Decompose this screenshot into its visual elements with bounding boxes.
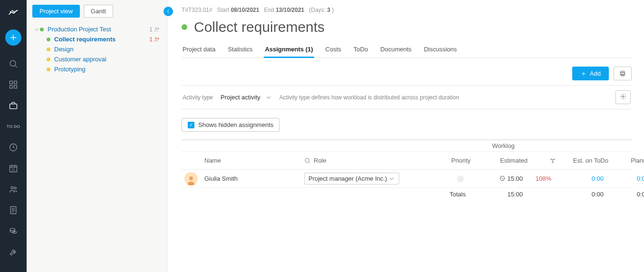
tab-project-data[interactable]: Project data bbox=[182, 44, 216, 58]
collapse-sidebar-button[interactable] bbox=[163, 7, 173, 16]
page-title: Collect requirements bbox=[194, 19, 325, 35]
app-logo-icon[interactable] bbox=[4, 4, 23, 23]
status-dot-icon bbox=[47, 58, 50, 61]
tree-root-meta: 1 bbox=[149, 26, 160, 33]
estimated-cell[interactable]: 15:00 bbox=[471, 175, 528, 182]
chevron-down-icon bbox=[33, 26, 40, 33]
svg-point-21 bbox=[622, 96, 624, 97]
tab-documents[interactable]: Documents bbox=[379, 44, 413, 58]
hidden-assignments-toggle[interactable]: ✓ Shows hidden assignments bbox=[182, 118, 279, 132]
svg-point-16 bbox=[155, 37, 157, 39]
status-dot-icon bbox=[47, 38, 50, 41]
document-icon[interactable] bbox=[4, 201, 23, 220]
status-dot-icon bbox=[40, 28, 44, 31]
tab-assignments[interactable]: Assignments (1) bbox=[264, 44, 314, 58]
tree-root-label: Production Project Test bbox=[48, 26, 149, 33]
todo-icon[interactable]: TO DO bbox=[4, 117, 23, 136]
tab-discussions[interactable]: Discussions bbox=[423, 44, 458, 58]
tree-item-design[interactable]: Design bbox=[43, 44, 161, 54]
col-planned: Planned bbox=[608, 157, 644, 164]
people-icon[interactable] bbox=[4, 180, 23, 199]
tree-item-customer-approval[interactable]: Customer approval bbox=[43, 54, 161, 64]
tab-costs[interactable]: Costs bbox=[325, 44, 342, 58]
priority-indicator[interactable] bbox=[457, 175, 464, 182]
svg-rect-2 bbox=[14, 81, 17, 84]
col-name: Name bbox=[204, 157, 304, 164]
activity-type-select[interactable]: Project activity bbox=[219, 93, 274, 102]
assignments-table: Worklog Name Role Priority Estimated Est… bbox=[182, 139, 632, 201]
gantt-view-tab[interactable]: Gantt bbox=[84, 5, 113, 18]
svg-point-12 bbox=[10, 228, 15, 231]
planned-cell[interactable]: 0:00 bbox=[608, 175, 644, 182]
worklog-header: Worklog bbox=[432, 140, 575, 151]
assignee-name: Giulia Smith bbox=[204, 175, 304, 182]
tab-statistics[interactable]: Statistics bbox=[227, 44, 253, 58]
tree-root[interactable]: Production Project Test 1 bbox=[32, 24, 161, 34]
activity-type-hint: Activity type defines how workload is di… bbox=[279, 94, 610, 101]
tab-todo[interactable]: ToDo bbox=[353, 44, 369, 58]
avatar bbox=[184, 172, 198, 185]
svg-rect-4 bbox=[14, 86, 17, 88]
tree-item-meta: 1 bbox=[149, 36, 160, 43]
breadcrumb: T#T323.01# Start 08/10/2021 End 13/10/20… bbox=[182, 7, 632, 13]
svg-point-14 bbox=[155, 27, 157, 29]
svg-rect-1 bbox=[10, 81, 13, 84]
svg-rect-3 bbox=[10, 86, 13, 88]
tree-item-collect-requirements[interactable]: Collect requirements 1 bbox=[43, 34, 161, 44]
table-row: Giulia Smith Project manager (Acme Inc.)… bbox=[182, 170, 632, 188]
col-load-icon bbox=[528, 157, 556, 164]
status-dot-icon bbox=[47, 48, 50, 51]
svg-point-22 bbox=[305, 158, 309, 162]
dashboard-icon[interactable] bbox=[4, 75, 23, 94]
col-est-todo: Est. on ToDo bbox=[556, 157, 608, 164]
svg-point-9 bbox=[11, 186, 13, 189]
coins-icon[interactable] bbox=[4, 222, 23, 241]
svg-point-23 bbox=[189, 176, 193, 180]
checkbox-checked-icon: ✓ bbox=[188, 122, 194, 128]
rail-add-button[interactable] bbox=[5, 29, 21, 46]
est-todo-cell[interactable]: 0:00 bbox=[556, 175, 608, 182]
clock-icon[interactable] bbox=[4, 138, 23, 157]
col-role[interactable]: Role bbox=[304, 157, 418, 164]
briefcase-icon[interactable] bbox=[4, 96, 23, 115]
status-dot-icon bbox=[47, 68, 50, 71]
left-rail: TO DO 31 bbox=[0, 0, 27, 272]
main-content: T#T323.01# Start 08/10/2021 End 13/10/20… bbox=[167, 0, 644, 272]
activity-type-label: Activity type bbox=[183, 94, 213, 101]
calendar-icon[interactable]: 31 bbox=[4, 159, 23, 178]
svg-point-17 bbox=[157, 38, 159, 39]
svg-rect-5 bbox=[10, 104, 17, 109]
load-cell: 108% bbox=[528, 175, 556, 182]
add-button[interactable]: Add bbox=[572, 67, 609, 80]
svg-rect-20 bbox=[621, 74, 624, 76]
svg-point-15 bbox=[157, 28, 159, 29]
tab-bar: Project data Statistics Assignments (1) … bbox=[182, 44, 632, 58]
col-estimated: Estimated bbox=[471, 157, 528, 164]
settings-button[interactable] bbox=[615, 90, 631, 104]
project-view-tab[interactable]: Project view bbox=[32, 5, 80, 18]
role-select[interactable]: Project manager (Acme Inc.) bbox=[304, 173, 399, 185]
svg-point-10 bbox=[14, 187, 16, 189]
tree-item-prototyping[interactable]: Prototyping bbox=[43, 64, 161, 74]
search-icon[interactable] bbox=[4, 54, 23, 73]
totals-row: Totals 15:00 0:00 0:00 0:00 bbox=[182, 188, 632, 201]
svg-text:31: 31 bbox=[11, 168, 15, 171]
project-sidebar: Project view Gantt Production Project Te… bbox=[27, 0, 167, 272]
svg-point-0 bbox=[10, 60, 16, 66]
status-dot-icon bbox=[182, 24, 187, 30]
wrench-icon[interactable] bbox=[4, 243, 23, 262]
print-button[interactable] bbox=[614, 67, 632, 80]
col-priority: Priority bbox=[418, 157, 471, 164]
